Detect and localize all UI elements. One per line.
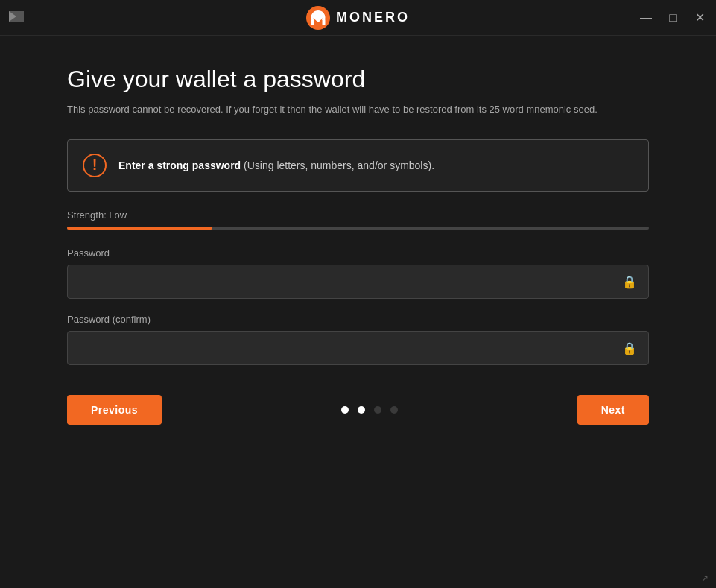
dot-1 <box>341 406 349 414</box>
app-title: MONERO <box>336 10 410 25</box>
next-button[interactable]: Next <box>577 395 649 425</box>
window-controls: — □ ✕ <box>639 10 707 25</box>
page-title: Give your wallet a password <box>67 66 649 93</box>
pagination-dots <box>341 406 398 414</box>
monero-logo-icon <box>306 6 330 30</box>
maximize-button[interactable]: □ <box>665 10 680 25</box>
svg-text:!: ! <box>92 157 98 173</box>
password-field-wrapper: 🔒 <box>67 265 649 299</box>
close-button[interactable]: ✕ <box>692 10 707 25</box>
brand: MONERO <box>306 6 410 30</box>
strength-bar <box>67 227 649 230</box>
previous-button[interactable]: Previous <box>67 395 162 425</box>
lock-icon: 🔒 <box>622 274 637 288</box>
strength-bar-fill <box>67 227 212 230</box>
flag-icon <box>9 11 24 25</box>
page-description: This password cannot be recovered. If yo… <box>67 102 626 117</box>
navigation: Previous Next <box>67 395 649 425</box>
lock-confirm-icon: 🔒 <box>622 341 637 355</box>
password-confirm-input[interactable] <box>67 331 649 365</box>
titlebar: MONERO — □ ✕ <box>0 0 716 36</box>
strength-label: Strength: Low <box>67 209 649 221</box>
warning-icon: ! <box>83 154 107 177</box>
dot-3 <box>374 406 381 414</box>
password-input[interactable] <box>67 265 649 299</box>
main-content: Give your wallet a password This passwor… <box>0 36 716 455</box>
password-label: Password <box>67 247 649 259</box>
resize-handle[interactable]: ↗ <box>701 573 713 585</box>
warning-rest-text: (Using letters, numbers, and/or symbols)… <box>241 159 434 171</box>
password-confirm-label: Password (confirm) <box>67 314 649 325</box>
warning-bold-text: Enter a strong password <box>118 159 241 171</box>
dot-2 <box>358 406 365 414</box>
minimize-button[interactable]: — <box>639 10 653 25</box>
warning-text: Enter a strong password (Using letters, … <box>118 159 434 171</box>
warning-box: ! Enter a strong password (Using letters… <box>67 139 649 192</box>
password-confirm-field-wrapper: 🔒 <box>67 331 649 365</box>
dot-4 <box>390 406 398 414</box>
